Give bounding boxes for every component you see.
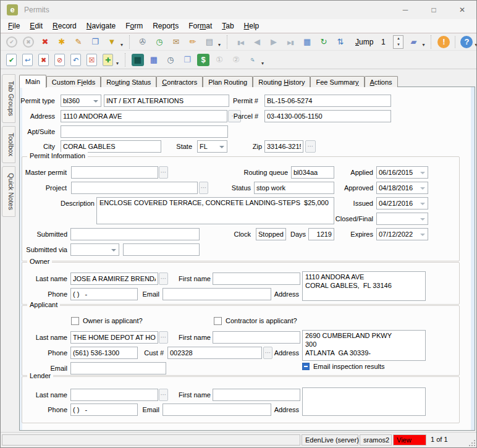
attachments-icon[interactable]: ✇ xyxy=(136,35,150,49)
save-close-icon[interactable]: ↩ xyxy=(22,54,33,66)
nav-last-icon[interactable]: ▶▮ xyxy=(284,35,297,49)
new-record-icon[interactable]: ✱ xyxy=(55,35,69,49)
spinner-up-icon[interactable]: ▲ xyxy=(394,36,403,42)
cash-icon[interactable]: $ xyxy=(197,54,209,66)
help-icon[interactable]: ? xyxy=(460,36,473,48)
tab-contractors[interactable]: Contractors xyxy=(156,76,203,87)
history-icon[interactable]: ◷ xyxy=(153,35,166,49)
applicant-phone-field[interactable] xyxy=(70,347,138,359)
permit-type-desc-field[interactable] xyxy=(104,95,229,107)
lender-email-field[interactable] xyxy=(163,404,271,416)
lender-first-name-field[interactable] xyxy=(213,389,300,401)
tab-plan-routing[interactable]: Plan Routing xyxy=(203,76,253,87)
menu-item-format[interactable]: Format xyxy=(184,20,217,33)
cust-number-field[interactable] xyxy=(167,347,262,359)
permit-type-combo[interactable]: bl360 xyxy=(61,95,101,107)
delete-doc-icon[interactable]: ✖ xyxy=(38,54,49,66)
add-note-icon[interactable]: ✚ xyxy=(103,54,113,66)
delete-record-icon[interactable]: ✖ xyxy=(38,35,52,49)
tab-routing-history[interactable]: Routing History xyxy=(253,76,310,87)
cancel-icon[interactable]: ✖ xyxy=(23,36,34,48)
email-inspection-results-checkbox[interactable] xyxy=(302,363,310,370)
zip-field[interactable] xyxy=(264,140,303,153)
write-note-icon[interactable]: ✏ xyxy=(186,35,200,49)
menu-item-file[interactable]: File xyxy=(3,20,25,33)
owner-is-applicant-checkbox[interactable] xyxy=(71,317,79,325)
owner-email-field[interactable] xyxy=(163,288,271,300)
close-button[interactable]: ✕ xyxy=(448,1,476,19)
issued-date-picker[interactable]: 04/21/2016 xyxy=(376,197,428,209)
project-lookup-button[interactable]: ⋯ xyxy=(199,182,208,194)
map-icon[interactable]: ▩ xyxy=(132,54,144,66)
print-icon[interactable]: ▤ xyxy=(203,35,216,49)
clock-field[interactable] xyxy=(256,228,286,240)
person-search-icon[interactable]: ♀ xyxy=(246,53,260,67)
owner-phone-field[interactable] xyxy=(70,288,138,300)
tab-routing-status[interactable]: Routing Status xyxy=(101,76,156,87)
menu-item-form[interactable]: Form xyxy=(120,20,148,33)
jump-label[interactable]: Jump xyxy=(355,38,373,46)
applicant-address-field[interactable]: 2690 CUMBERLAND PKWY 300 ATLANTA GA 3033… xyxy=(302,330,426,361)
zip-lookup-button[interactable]: ⋯ xyxy=(305,140,316,153)
applicant-lookup-button[interactable]: ⋯ xyxy=(159,331,168,344)
description-field[interactable]: ENCLOSE COVERED TERRACE, CONCRETE LANDIN… xyxy=(96,197,334,224)
applied-date-picker[interactable]: 06/16/2015 xyxy=(376,166,428,179)
void-doc-icon[interactable]: ⊘ xyxy=(54,54,65,66)
dropdown-caret-icon[interactable]: ▾ xyxy=(261,61,264,66)
master-permit-field[interactable] xyxy=(71,166,158,179)
applicant-last-name-field[interactable] xyxy=(70,331,158,344)
routing-queue-field[interactable] xyxy=(291,166,334,179)
tab-actions[interactable]: Actions xyxy=(365,76,398,87)
applicant-first-name-field[interactable] xyxy=(213,331,300,344)
owner-address-field[interactable]: 1110 ANDORA AVE CORAL GABLES, FL 33146 xyxy=(302,271,426,301)
edit-record-icon[interactable]: ✎ xyxy=(72,35,85,49)
applicant-email-field[interactable] xyxy=(70,362,166,374)
sort-icon[interactable]: ⇅ xyxy=(334,35,347,49)
city-field[interactable] xyxy=(61,140,161,153)
dropdown-caret-icon[interactable]: ▾ xyxy=(422,42,424,48)
owner-last-name-field[interactable] xyxy=(70,273,158,285)
apt-suite-field[interactable] xyxy=(61,125,228,138)
status-field[interactable] xyxy=(254,182,334,194)
refresh-icon[interactable]: ↻ xyxy=(317,35,331,49)
save-record-icon[interactable]: ✔ xyxy=(6,54,17,66)
menu-item-record[interactable]: Record xyxy=(48,20,82,33)
lender-last-name-field[interactable] xyxy=(70,389,158,401)
lender-lookup-button[interactable]: ⋯ xyxy=(159,389,168,401)
contractor-is-applicant-checkbox[interactable] xyxy=(214,317,222,325)
submitted-field[interactable] xyxy=(70,228,200,240)
approved-date-picker[interactable]: 04/18/2016 xyxy=(376,182,428,194)
eraser-icon[interactable]: ▰ xyxy=(407,35,420,49)
tab-fee-summary[interactable]: Fee Summary xyxy=(310,76,364,87)
grid-view-icon[interactable]: ▦ xyxy=(300,35,314,49)
submitted-via-combo[interactable] xyxy=(70,243,119,256)
project-field[interactable] xyxy=(71,182,198,194)
calculator-icon[interactable]: ▦ xyxy=(147,53,161,67)
globe-1-icon[interactable]: ① xyxy=(213,53,226,67)
copy-record-icon[interactable]: ❐ xyxy=(88,35,102,49)
parcel-number-field[interactable] xyxy=(264,110,391,122)
state-combo[interactable]: FL xyxy=(197,140,227,153)
dropdown-caret-icon[interactable]: ▾ xyxy=(475,42,477,48)
lender-address-field[interactable] xyxy=(302,387,426,416)
nav-first-icon[interactable]: ▮◀ xyxy=(234,35,247,49)
menu-item-edit[interactable]: Edit xyxy=(25,20,48,33)
globe-2-icon[interactable]: ② xyxy=(229,53,243,67)
jump-value[interactable]: 1 xyxy=(381,38,386,46)
owner-lookup-button[interactable]: ⋯ xyxy=(159,273,168,285)
jump-spinner[interactable]: ▲▼ xyxy=(393,35,403,49)
filter-icon[interactable]: ▼ xyxy=(105,35,119,49)
menu-item-tab[interactable]: Tab xyxy=(217,20,238,33)
dropdown-caret-icon[interactable]: ▾ xyxy=(116,61,119,66)
mail-icon[interactable]: ✉ xyxy=(169,35,183,49)
days-field[interactable] xyxy=(308,228,334,240)
minimize-button[interactable]: ─ xyxy=(391,1,420,19)
menu-item-help[interactable]: Help xyxy=(239,20,264,33)
closed-final-date-picker[interactable] xyxy=(376,213,428,225)
master-permit-lookup-button[interactable]: ⋯ xyxy=(159,166,168,179)
resize-grip[interactable] xyxy=(468,439,476,447)
dropdown-caret-icon[interactable]: ▾ xyxy=(120,42,123,48)
tab-custom-fields[interactable]: Custom Fields xyxy=(46,76,101,87)
warning-icon[interactable]: ! xyxy=(437,36,450,48)
clock-icon[interactable]: ◷ xyxy=(164,53,177,67)
